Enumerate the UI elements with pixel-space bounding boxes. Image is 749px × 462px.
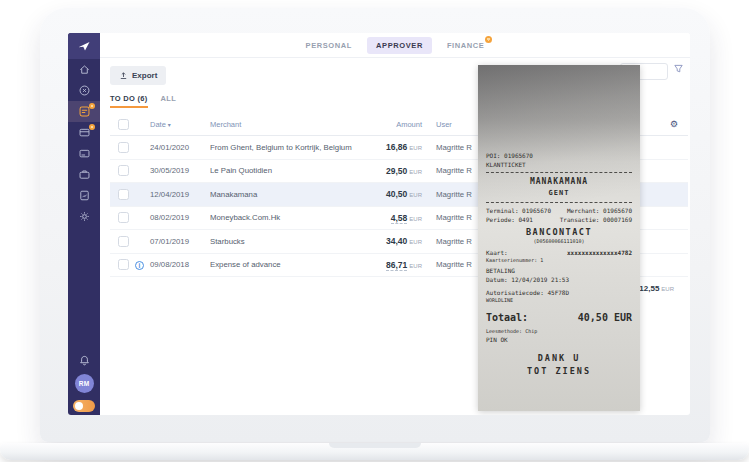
row-amount: 29,50	[386, 166, 407, 176]
receipt-auth-code: Autorisatiecode: 45F78D	[486, 288, 632, 297]
tab-approver[interactable]: APPROVER	[367, 37, 432, 54]
laptop-base	[0, 443, 749, 460]
header-amount[interactable]: Amount	[358, 120, 422, 129]
receipt-total-label: Totaal:	[486, 310, 528, 325]
laptop-base-notch	[329, 443, 421, 448]
app-screen: RM PERSONAL APPROVER FINANCE	[68, 33, 690, 415]
paper-plane-logo-icon	[77, 39, 91, 53]
role-tabs-bar: PERSONAL APPROVER FINANCE	[100, 33, 690, 58]
receipt-processor: WORLDLINE	[486, 297, 632, 305]
row-date: 24/01/2020	[150, 143, 210, 152]
row-amount: 86,71	[386, 260, 407, 271]
total-currency: EUR	[661, 286, 674, 292]
row-merchant: Moneyback.Com.Hk	[210, 213, 358, 222]
receipt-total-value: 40,50 EUR	[578, 310, 632, 325]
header-merchant[interactable]: Merchant	[210, 120, 358, 129]
receipt-text: POI: 01965670 KLANTTICKET MANAKAMANA GEN…	[478, 65, 640, 377]
reports-badge	[89, 124, 95, 130]
export-label: Export	[132, 71, 157, 80]
receipt-scheme: BANCONTACT	[486, 226, 632, 239]
receipt-periode: Periode: 0491	[486, 215, 533, 224]
receipt-thanks-line2: TOT ZIENS	[486, 365, 632, 377]
row-currency: EUR	[409, 169, 422, 175]
row-date-wrap: i 09/08/2018	[150, 260, 210, 269]
sidebar-item-trips[interactable]	[68, 80, 100, 101]
row-amount: 4,58	[391, 213, 408, 224]
receipt-preview[interactable]: POI: 01965670 KLANTTICKET MANAKAMANA GEN…	[478, 65, 640, 411]
receipt-transactie: Transactie: 00007169	[560, 215, 632, 224]
row-amount: 16,86	[386, 142, 407, 152]
receipt-poi: POI: 01965670	[486, 151, 632, 160]
tab-personal[interactable]: PERSONAL	[306, 41, 352, 50]
row-currency: EUR	[409, 145, 422, 151]
receipt-ticket-type: KLANTTICKET	[486, 160, 632, 169]
column-settings-gear-icon[interactable]: ⚙	[670, 120, 688, 129]
select-all-checkbox[interactable]	[118, 119, 129, 130]
sidebar-item-cards[interactable]	[68, 143, 100, 164]
tab-finance[interactable]: FINANCE	[447, 41, 485, 50]
row-checkbox[interactable]	[118, 259, 129, 270]
export-button[interactable]: Export	[110, 66, 166, 85]
row-currency: EUR	[409, 239, 422, 245]
row-merchant: From Ghent, Belgium to Kortrijk, Belgium	[210, 143, 358, 152]
row-merchant: Le Pain Quotidien	[210, 166, 358, 175]
card-icon	[78, 147, 91, 160]
sidebar-item-expenses-active[interactable]	[68, 101, 100, 122]
row-currency: EUR	[409, 216, 422, 222]
row-date: 30/05/2019	[150, 166, 210, 175]
user-avatar[interactable]: RM	[75, 374, 94, 393]
laptop-mockup: RM PERSONAL APPROVER FINANCE	[0, 0, 749, 462]
tab-todo[interactable]: TO DO (6)	[110, 94, 148, 108]
row-date: 09/08/2018	[150, 260, 189, 269]
receipt-thanks-line1: DANK U	[486, 352, 632, 364]
row-amount: 34,40	[386, 236, 407, 246]
expenses-badge	[89, 103, 95, 109]
row-checkbox[interactable]	[118, 142, 129, 153]
header-date[interactable]: Date▾	[150, 120, 210, 129]
sidebar-item-reports[interactable]	[68, 122, 100, 143]
receipt-card-label: Kaart:	[486, 248, 508, 257]
receipt-store-city: GENT	[486, 188, 632, 199]
filter-funnel-icon[interactable]	[673, 63, 684, 74]
receipt-terminal: Terminal: 01965670	[486, 206, 551, 215]
toggle-knob	[75, 402, 83, 410]
row-currency: EUR	[409, 263, 422, 269]
upload-icon	[119, 71, 128, 80]
finance-badge	[485, 36, 492, 43]
row-date: 12/04/2019	[150, 190, 210, 199]
row-checkbox[interactable]	[118, 165, 129, 176]
row-merchant: Starbucks	[210, 237, 358, 246]
gear-icon	[78, 210, 91, 223]
sidebar-item-documents[interactable]	[68, 185, 100, 206]
receipt-scheme-code: (D05600066111010)	[486, 238, 632, 246]
document-icon	[78, 189, 91, 202]
receipt-pin-status: PIN OK	[486, 335, 632, 344]
row-merchant: Manakamana	[210, 190, 358, 199]
receipt-card-number: xxxxxxxxxxxxxx4782	[567, 248, 632, 257]
sidebar-item-settings[interactable]	[68, 206, 100, 227]
row-checkbox[interactable]	[118, 189, 129, 200]
receipt-thanks: DANK U TOT ZIENS	[486, 352, 632, 377]
home-icon	[78, 63, 91, 76]
sidebar: RM	[68, 33, 100, 415]
receipt-merchant-id: Merchant: 01965670	[567, 206, 632, 215]
brand-logo	[68, 33, 100, 59]
circle-x-icon	[78, 84, 91, 97]
row-date: 07/01/2019	[150, 237, 210, 246]
tab-all[interactable]: ALL	[161, 94, 176, 108]
tab-finance-label: FINANCE	[447, 41, 485, 50]
row-checkbox[interactable]	[118, 236, 129, 247]
row-checkbox[interactable]	[118, 212, 129, 223]
row-merchant: Expense of advance	[210, 260, 358, 269]
receipt-payment-type: BETALING	[486, 266, 632, 275]
sidebar-bottom: RM	[68, 354, 100, 412]
bell-icon	[78, 354, 91, 367]
sidebar-item-business[interactable]	[68, 164, 100, 185]
notifications-button[interactable]	[78, 354, 91, 367]
receipt-datetime: Datum: 12/04/2019 21:53	[486, 275, 632, 284]
receipt-card-serial: Kaartserienummer: 1	[486, 257, 632, 265]
receipt-read-method: Leesmethode: Chip	[486, 328, 632, 336]
sidebar-item-home[interactable]	[68, 59, 100, 80]
mode-toggle[interactable]	[73, 400, 95, 412]
row-amount: 40,50	[386, 189, 407, 199]
